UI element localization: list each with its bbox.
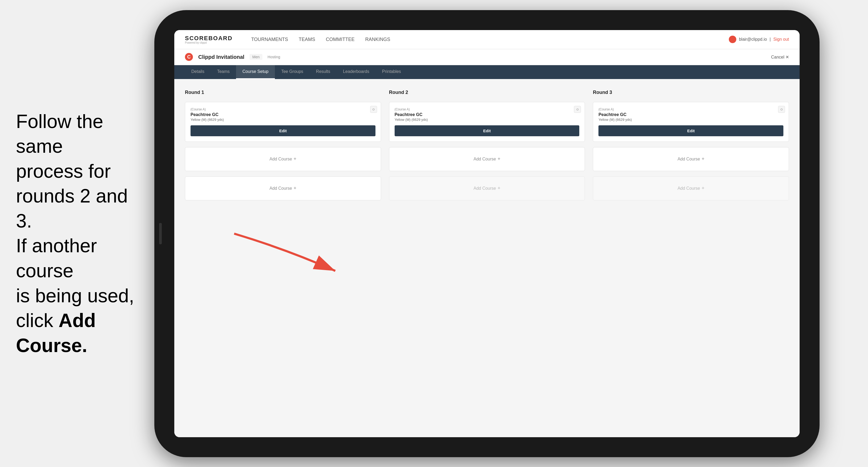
round-2-course-name: Peachtree GC [395, 112, 580, 117]
round-1-add-label-1: Add Course [270, 157, 292, 161]
powered-by: Powered by clippd [185, 41, 232, 44]
tab-teams[interactable]: Teams [211, 65, 236, 79]
round-1-add-plus-2: + [293, 185, 297, 191]
round-1-add-course-2[interactable]: Add Course + [185, 177, 381, 200]
tournament-title: Clippd Invitational [198, 54, 244, 60]
round-2-add-course-2: Add Course + [389, 177, 585, 200]
round-1-course-label: (Course A) [190, 107, 375, 111]
round-3-add-course-2: Add Course + [593, 177, 789, 200]
tab-leaderboards[interactable]: Leaderboards [337, 65, 376, 79]
instruction-line4: If another course [16, 235, 97, 282]
nav-items: TOURNAMENTS TEAMS COMMITTEE RANKINGS [251, 37, 716, 42]
tablet-frame: SCOREBOARD Powered by clippd TOURNAMENTS… [154, 10, 819, 457]
rounds-grid: Round 1 ○ (Course A) Peachtree GC Yellow… [185, 90, 789, 200]
round-1-course-details: Yellow (M) (6629 yds) [190, 118, 375, 122]
instruction-line6: click Add Course. [16, 310, 96, 356]
nav-teams[interactable]: TEAMS [299, 37, 315, 42]
instruction-line3: rounds 2 and 3. [16, 185, 128, 231]
round-1-add-plus-1: + [293, 156, 297, 162]
round-1-add-label-2: Add Course [270, 186, 292, 191]
round-3-add-label-1: Add Course [678, 157, 700, 161]
instruction-line1: Follow the same [16, 111, 103, 157]
cancel-button[interactable]: Cancel ✕ [771, 55, 789, 60]
round-1-delete-button[interactable]: ○ [370, 106, 377, 113]
nav-right: blair@clippd.io | Sign out [729, 36, 789, 43]
tab-bar: Details Teams Course Setup Tee Groups Re… [174, 65, 800, 79]
round-3-add-label-2: Add Course [678, 186, 700, 191]
round-2-add-label-1: Add Course [473, 157, 496, 161]
round-2-column: Round 2 ○ (Course A) Peachtree GC Yellow… [389, 90, 585, 200]
round-2-course-details: Yellow (M) (6629 yds) [395, 118, 580, 122]
round-1-edit-button[interactable]: Edit [190, 125, 375, 136]
top-nav: SCOREBOARD Powered by clippd TOURNAMENTS… [174, 30, 800, 49]
nav-separator: | [770, 37, 771, 42]
logo-area: SCOREBOARD Powered by clippd [185, 35, 232, 44]
round-3-course-label: (Course A) [598, 107, 783, 111]
instruction-line2: process for [16, 160, 111, 182]
scoreboard-logo: SCOREBOARD [185, 35, 232, 42]
round-2-add-plus-1: + [498, 156, 500, 162]
instruction-panel: Follow the same process for rounds 2 and… [0, 98, 154, 369]
round-2-delete-button[interactable]: ○ [574, 106, 581, 113]
round-3-column: Round 3 ○ (Course A) Peachtree GC Yellow… [593, 90, 789, 200]
tablet-side-button [159, 223, 162, 244]
round-3-header: Round 3 [593, 90, 789, 95]
nav-tournaments[interactable]: TOURNAMENTS [251, 37, 288, 42]
user-avatar [729, 36, 736, 43]
round-2-course-label: (Course A) [395, 107, 580, 111]
round-1-course-card: ○ (Course A) Peachtree GC Yellow (M) (66… [185, 102, 381, 142]
sub-header-logo: C [185, 53, 193, 61]
sub-header: C Clippd Invitational Men Hosting Cancel… [174, 49, 800, 65]
round-3-add-plus-1: + [702, 156, 705, 162]
tab-course-setup[interactable]: Course Setup [236, 65, 275, 79]
round-2-header: Round 2 [389, 90, 585, 95]
round-3-course-card: ○ (Course A) Peachtree GC Yellow (M) (66… [593, 102, 789, 142]
round-3-add-course-1[interactable]: Add Course + [593, 147, 789, 171]
round-3-edit-button[interactable]: Edit [598, 125, 783, 136]
round-1-course-name: Peachtree GC [190, 112, 375, 117]
tab-tee-groups[interactable]: Tee Groups [275, 65, 310, 79]
round-2-add-course-1[interactable]: Add Course + [389, 147, 585, 171]
round-3-add-plus-2: + [702, 185, 705, 191]
tablet-screen: SCOREBOARD Powered by clippd TOURNAMENTS… [174, 30, 800, 437]
nav-rankings[interactable]: RANKINGS [365, 37, 390, 42]
round-2-edit-button[interactable]: Edit [395, 125, 580, 136]
round-3-delete-button[interactable]: ○ [778, 106, 785, 113]
round-3-course-name: Peachtree GC [598, 112, 783, 117]
hosting-label: Hosting [268, 55, 280, 59]
round-3-course-details: Yellow (M) (6629 yds) [598, 118, 783, 122]
instruction-line5: is being used, [16, 285, 134, 306]
round-2-add-plus-2: + [498, 185, 500, 191]
round-2-course-card: ○ (Course A) Peachtree GC Yellow (M) (66… [389, 102, 585, 142]
user-email: blair@clippd.io [739, 37, 767, 42]
sign-out-link[interactable]: Sign out [773, 37, 789, 42]
round-1-column: Round 1 ○ (Course A) Peachtree GC Yellow… [185, 90, 381, 200]
main-content: Round 1 ○ (Course A) Peachtree GC Yellow… [174, 79, 800, 437]
nav-committee[interactable]: COMMITTEE [326, 37, 355, 42]
round-1-header: Round 1 [185, 90, 381, 95]
round-2-add-label-2: Add Course [473, 186, 496, 191]
tab-details[interactable]: Details [185, 65, 211, 79]
tab-results[interactable]: Results [310, 65, 337, 79]
round-1-add-course-1[interactable]: Add Course + [185, 147, 381, 171]
tab-printables[interactable]: Printables [376, 65, 407, 79]
tournament-badge: Men [250, 54, 262, 60]
